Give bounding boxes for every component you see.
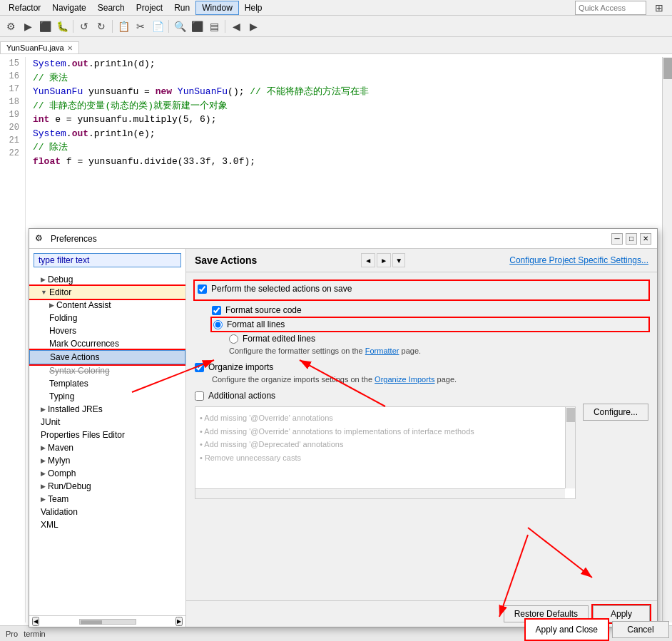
tree-label-validation: Validation: [41, 507, 78, 517]
tree-label: Debug: [48, 275, 73, 284]
toolbar-btn-4[interactable]: 🐛: [54, 19, 70, 34]
tree-filter-input[interactable]: [34, 253, 181, 267]
dialog-title-label: Preferences: [51, 234, 611, 244]
configure-btn[interactable]: Configure...: [583, 404, 648, 421]
ide-frame: Refactor Navigate Search Project Run Win…: [0, 0, 672, 641]
tree-item-save-actions[interactable]: Save Actions: [29, 350, 185, 364]
config-item-1: • Add missing '@Override' annotations: [200, 411, 571, 425]
restore-defaults-btn[interactable]: Restore Defaults: [504, 605, 589, 622]
perspectives-btn[interactable]: ⊞: [649, 0, 669, 16]
format-source-row: Format source code: [212, 305, 648, 315]
nav-back-btn[interactable]: ◄: [361, 253, 375, 267]
prefs-icon: ⚙: [35, 233, 46, 245]
apply-btn[interactable]: Apply: [593, 605, 650, 622]
editor-tab-main[interactable]: YunSuanFu.java ✕: [0, 41, 79, 53]
tree-label-folding: Folding: [49, 313, 77, 323]
format-all-radio[interactable]: [213, 320, 223, 329]
menu-window[interactable]: Window: [195, 1, 239, 15]
menu-run[interactable]: Run: [168, 1, 195, 14]
config-vscroll[interactable]: [565, 407, 575, 488]
toolbar-btn-2[interactable]: ▶: [20, 19, 36, 34]
tree-item-content-assist[interactable]: ▶ Content Assist: [29, 299, 185, 312]
format-all-label: Format all lines: [227, 319, 285, 329]
tree-item-syntax[interactable]: Syntax Coloring: [29, 364, 185, 377]
org-desc-text: Configure the organize imports settings …: [212, 375, 372, 384]
dialog-body: ▶ Debug ▼ Editor ▶ Content Assist F: [29, 249, 657, 627]
tree-item-editor[interactable]: ▼ Editor: [29, 286, 185, 299]
organize-imports-link[interactable]: Organize Imports: [375, 375, 434, 384]
nav-dropdown-btn[interactable]: ▼: [392, 253, 405, 267]
toolbar-btn-1[interactable]: ⚙: [3, 19, 19, 34]
tree-item-mark-occ[interactable]: Mark Occurrences: [29, 337, 185, 350]
toolbar-btn-7[interactable]: 📋: [116, 19, 131, 34]
tree-item-maven[interactable]: ▶ Maven: [29, 441, 185, 454]
menu-search[interactable]: Search: [92, 1, 131, 14]
configure-project-link[interactable]: Configure Project Specific Settings...: [509, 255, 648, 265]
code-line-16: // 乘法: [33, 71, 655, 86]
additional-actions-checkbox[interactable]: [195, 391, 204, 401]
tree-item-templates[interactable]: Templates: [29, 377, 185, 390]
preferences-dialog: ⚙ Preferences ─ □ ✕ ▶ Debug: [29, 228, 658, 627]
tree-item-typing[interactable]: Typing: [29, 390, 185, 403]
tree-scroll-right[interactable]: ▶: [175, 617, 183, 626]
tree-label-jres: Installed JREs: [48, 404, 103, 414]
code-line-21: // 除法: [33, 140, 655, 155]
nav-fwd-btn[interactable]: ►: [377, 253, 391, 267]
right-content: Perform the selected actions on save For…: [186, 272, 657, 600]
scrollbar-thumb[interactable]: [663, 58, 672, 79]
tree-item-rundebug[interactable]: ▶ Run/Debug: [29, 480, 185, 493]
tree-item-mylyn[interactable]: ▶ Mylyn: [29, 454, 185, 467]
format-edited-radio[interactable]: [229, 334, 238, 344]
config-hscroll[interactable]: [195, 488, 565, 498]
toolbar-btn-9[interactable]: 📄: [150, 19, 166, 34]
editor-scrollbar[interactable]: [662, 57, 672, 622]
sep1: [73, 20, 73, 33]
dialog-close-btn[interactable]: ✕: [640, 233, 651, 245]
format-edited-lines-row: Format edited lines: [212, 334, 648, 344]
menu-refactor[interactable]: Refactor: [3, 1, 46, 14]
toolbar-btn-10[interactable]: 🔍: [172, 19, 188, 34]
tree-item-xml[interactable]: XML: [29, 518, 185, 531]
tree-item-team[interactable]: ▶ Team: [29, 493, 185, 506]
toolbar-btn-3[interactable]: ⬛: [37, 19, 53, 34]
toolbar-btn-14[interactable]: ▶: [245, 19, 261, 34]
tree-label-rundebug: Run/Debug: [48, 481, 91, 491]
format-all-lines-row: Format all lines: [212, 318, 648, 331]
toolbar-btn-5[interactable]: ↺: [76, 19, 92, 34]
tree-scrollbar[interactable]: [79, 619, 136, 625]
tree-item-hovers[interactable]: Hovers: [29, 324, 185, 337]
toolbar-btn-8[interactable]: ✂: [133, 19, 148, 34]
tree-item-propfiles[interactable]: Properties Files Editor: [29, 429, 185, 441]
tab-close-icon[interactable]: ✕: [67, 44, 73, 52]
tree-item-junit[interactable]: JUnit: [29, 416, 185, 429]
tree-scroll-left[interactable]: ◀: [32, 617, 39, 626]
tree-item-validation[interactable]: Validation: [29, 506, 185, 518]
menu-project[interactable]: Project: [131, 1, 168, 14]
toolbar-btn-6[interactable]: ↻: [93, 19, 109, 34]
format-source-checkbox[interactable]: [212, 306, 221, 315]
tree-item-debug[interactable]: ▶ Debug: [29, 273, 185, 286]
perform-actions-checkbox[interactable]: [198, 284, 207, 294]
menu-navigate[interactable]: Navigate: [46, 1, 91, 14]
formatter-desc-text: Configure the formatter settings on the: [229, 347, 363, 355]
additional-actions-label: Additional actions: [208, 391, 275, 401]
formatter-link[interactable]: Formatter: [365, 347, 399, 355]
toolbar-btn-11[interactable]: ⬛: [189, 19, 205, 34]
tree-arrow-rundebug: ▶: [41, 483, 46, 490]
dialog-maximize-btn[interactable]: □: [626, 233, 637, 245]
tree-item-folding[interactable]: Folding: [29, 312, 185, 324]
config-item-2: • Add missing '@Override' annotations to…: [200, 425, 571, 439]
dialog-minimize-btn[interactable]: ─: [611, 233, 623, 245]
organize-imports-checkbox[interactable]: [195, 363, 204, 372]
tree-item-oomph[interactable]: ▶ Oomph: [29, 467, 185, 480]
toolbar-btn-12[interactable]: ▤: [206, 19, 222, 34]
tree-item-installed-jres[interactable]: ▶ Installed JREs: [29, 403, 185, 416]
sep3: [168, 20, 169, 33]
quick-access-input[interactable]: [575, 1, 646, 15]
left-panel-nav: ◀ ▶: [29, 615, 185, 627]
toolbar-btn-13[interactable]: ◀: [228, 19, 244, 34]
status-terminal: termin: [24, 630, 46, 638]
tree-arrow-maven: ▶: [41, 444, 46, 451]
menu-help[interactable]: Help: [239, 1, 268, 14]
line-num: 17: [6, 83, 19, 96]
